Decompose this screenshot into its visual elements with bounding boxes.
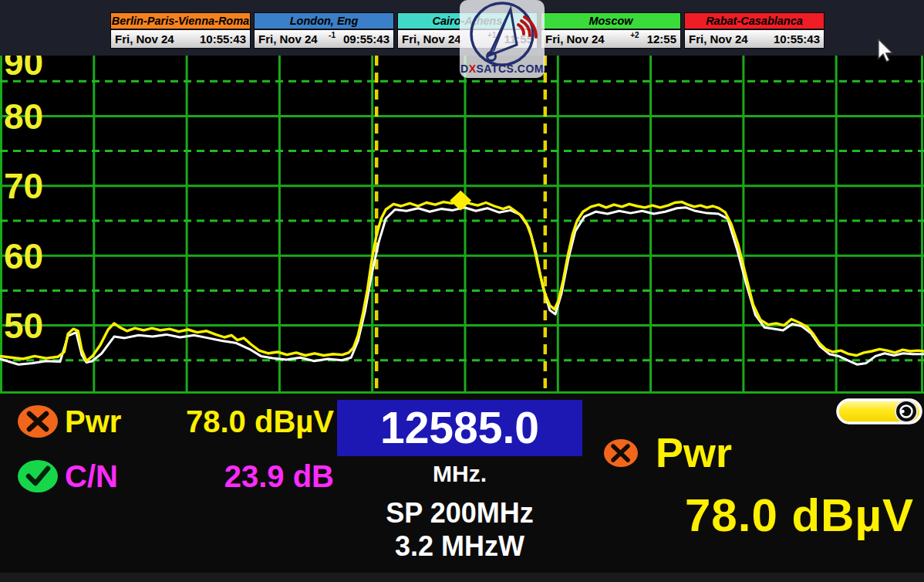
- frequency-value: 12585.0: [380, 403, 539, 452]
- selected-pwr-x-icon: [603, 438, 639, 468]
- clock-city-label: London, Eng: [255, 13, 393, 30]
- logo-text: DXSATCS.COM: [460, 63, 545, 75]
- y-axis-label: 50: [4, 306, 43, 346]
- clock-date: Fri, Nov 24: [689, 32, 748, 46]
- trace-live-white: [0, 208, 924, 364]
- clock-utc-offset: -1: [329, 31, 336, 39]
- clock-utc-offset: +2: [630, 31, 639, 39]
- clock-cell: London, EngFri, Nov 24-109:55:43: [254, 12, 394, 49]
- meter-screen: 9080706050 Berlin-Paris-Vienna-RomaFri, …: [0, 0, 924, 582]
- dxsatcs-logo: DXSATCS.COM: [460, 0, 545, 78]
- clock-time: 10:55:43: [200, 32, 246, 46]
- toggle-knob[interactable]: [895, 401, 917, 422]
- y-axis-label: 70: [4, 166, 43, 206]
- clock-cell: MoscowFri, Nov 24+212:55: [541, 12, 681, 49]
- clock-date: Fri, Nov 24: [115, 32, 174, 46]
- clock-time: 10:55:43: [774, 32, 820, 46]
- frequency-display[interactable]: 12585.0: [337, 400, 582, 456]
- clock-time: 12:55: [647, 32, 676, 46]
- pwr-value: 78.0 dBµV: [143, 404, 334, 438]
- frequency-unit: MHz.: [319, 461, 601, 487]
- clock-city-label: Berlin-Paris-Vienna-Roma: [111, 13, 250, 30]
- pwr-x-status-icon: [17, 404, 59, 438]
- y-axis-label: 60: [4, 236, 43, 276]
- bottom-panel: Pwr 78.0 dBµV C/N 23.9 dB 12585.0 MHz. S…: [0, 394, 924, 582]
- clock-time-row: Fri, Nov 24-109:55:43: [255, 30, 393, 48]
- selected-pwr-value: 78.0 dBµV: [582, 489, 914, 542]
- clock-date: Fri, Nov 24: [545, 32, 605, 46]
- pwr-label: Pwr: [65, 404, 121, 438]
- clock-date: Fri, Nov 24: [258, 32, 318, 46]
- y-axis-label: 80: [4, 96, 43, 137]
- clock-city-label: Rabat-Casablanca: [685, 13, 824, 30]
- clock-cell: Rabat-CasablancaFri, Nov 2410:55:43: [684, 12, 825, 49]
- cn-label: C/N: [65, 459, 118, 493]
- mouse-cursor: [876, 39, 896, 65]
- clock-time-row: Fri, Nov 24+212:55: [541, 30, 680, 48]
- cn-check-status-icon: [17, 459, 59, 493]
- trace-peak-yellow: [0, 201, 924, 361]
- grid: [0, 46, 924, 394]
- clock-date: Fri, Nov 24: [402, 32, 461, 46]
- clock-time-row: Fri, Nov 2410:55:43: [685, 30, 824, 48]
- pwr-toggle[interactable]: [836, 398, 922, 425]
- cn-value: 23.9 dB: [143, 459, 334, 493]
- clock-cell: Berlin-Paris-Vienna-RomaFri, Nov 2410:55…: [110, 12, 251, 49]
- clock-time-row: Fri, Nov 2410:55:43: [111, 30, 250, 48]
- span-value: SP 200MHz: [319, 497, 601, 530]
- selected-pwr-label: Pwr: [656, 431, 732, 474]
- clock-time: 09:55:43: [343, 32, 389, 46]
- bandwidth-value: 3.2 MHzW: [319, 530, 601, 563]
- clock-city-label: Moscow: [541, 13, 680, 30]
